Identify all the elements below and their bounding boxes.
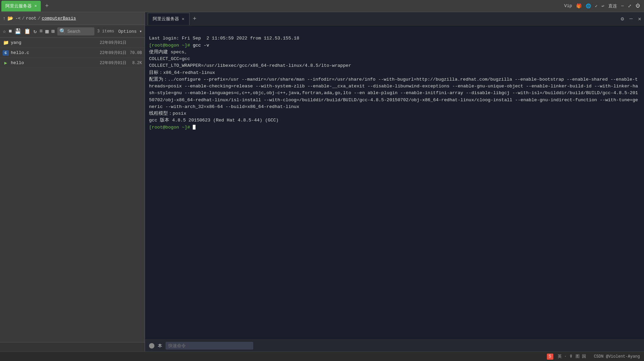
main-content: ↑ 📂 -< / root / computerBasis ☆ ■ 💾 📋 ↻ …: [0, 12, 644, 352]
terminal-bottom-label: 本: [158, 343, 162, 349]
terminal-settings-icon[interactable]: ⚙: [621, 16, 624, 22]
file-name-hello-c: hello.c: [11, 50, 94, 55]
folder-icon: 📁: [3, 40, 9, 46]
check-icon[interactable]: ✓: [595, 3, 598, 9]
save-icon[interactable]: 💾: [14, 28, 21, 35]
vip-icon[interactable]: Vip: [564, 3, 572, 8]
status-circle: [149, 343, 154, 349]
items-count: 3 items: [97, 29, 114, 34]
terminal-tab-close[interactable]: ✕: [182, 16, 184, 22]
terminal-tab-bar-right: ⚙ — ✕: [621, 16, 641, 22]
ime-mic-icon[interactable]: 🎙: [569, 354, 573, 359]
file-list: 📁 yang 22年09月01日 C hello.c 22年09月01日 70.…: [0, 38, 145, 342]
terminal-line-2: [root@bogon ~]# gcc -v: [149, 43, 209, 48]
terminal-tab-bar: 阿里云服务器 ✕ + ⚙ — ✕: [145, 12, 644, 26]
terminal-line-8: 线程模型：posix: [149, 111, 186, 116]
terminal-line-10: [root@bogon ~]# █: [149, 125, 196, 130]
terminal-line-1: Last login: Fri Sep 2 11:05:59 2022 from…: [149, 36, 299, 41]
breadcrumb-current[interactable]: computerBasis: [42, 16, 76, 21]
terminal-panel: 阿里云服务器 ✕ + ⚙ — ✕ Last login: Fri Sep 2 1…: [145, 12, 644, 352]
search-icon: 🔍: [59, 28, 66, 35]
terminal-close-icon[interactable]: ✕: [638, 16, 641, 22]
terminal-tab[interactable]: 阿里云服务器 ✕: [148, 13, 189, 25]
new-tab-button[interactable]: +: [42, 1, 52, 11]
file-row-hello[interactable]: ▶ hello 22年09月01日 8.2K: [0, 58, 145, 68]
file-size-hello-c: 70.0B: [128, 51, 142, 55]
c-file-icon: C: [3, 50, 9, 56]
bookmark2-icon[interactable]: ■: [9, 28, 12, 34]
terminal-line-6: 目标：x86_64-redhat-linux: [149, 70, 215, 75]
file-date-hello-c: 22年09月01日: [96, 50, 126, 56]
terminal-bottom-bar: 本: [145, 339, 644, 352]
file-row-hello-c[interactable]: C hello.c 22年09月01日 70.0B: [0, 48, 145, 58]
csdn-attribution: CSDN @Violent-Ayang: [594, 354, 640, 359]
breadcrumb-dash: -<: [15, 16, 21, 21]
breadcrumb-root[interactable]: root: [26, 16, 36, 21]
grid-view-icon[interactable]: ▦: [46, 28, 49, 35]
minimize-icon[interactable]: —: [621, 3, 624, 8]
file-name-yang: yang: [11, 40, 94, 45]
options-button[interactable]: Options ▾: [118, 29, 142, 34]
quick-command-input[interactable]: [166, 342, 253, 350]
file-panel-bottom: [0, 342, 145, 352]
copy-icon[interactable]: 📋: [24, 28, 31, 35]
main-tab[interactable]: 阿里云服务器 ✕: [1, 1, 41, 11]
exec-icon: ▶: [3, 60, 9, 66]
ime-keyboard-icon[interactable]: 国: [582, 354, 586, 359]
detail-view-icon[interactable]: ⊞: [51, 28, 55, 35]
file-row-yang[interactable]: 📁 yang 22年09月01日: [0, 38, 145, 48]
gift-icon[interactable]: 🎁: [576, 3, 582, 9]
browser-icon[interactable]: 🌐: [586, 3, 591, 9]
power-icon[interactable]: ⏻: [636, 3, 640, 8]
terminal-line-3: 使用内建 specs。: [149, 50, 189, 55]
ime-dot: ·: [564, 354, 566, 359]
terminal-tab-label: 阿里云服务器: [153, 16, 179, 22]
refresh-icon[interactable]: ↻: [33, 28, 37, 35]
direct-connect-button[interactable]: 直连: [608, 3, 617, 9]
maximize-icon[interactable]: ⤢: [628, 3, 632, 9]
status-bar: S 英 · 🎙 图 国 CSDN @Violent-Ayang: [0, 352, 644, 361]
terminal-minimize-icon[interactable]: —: [630, 16, 633, 22]
file-date-hello: 22年09月01日: [96, 60, 126, 66]
file-toolbar2: ☆ ■ 💾 📋 ↻ ≡ ▦ ⊞ 🔍 3 items Options ▾: [0, 25, 145, 38]
terminal-line-4: COLLECT_GCC=gcc: [149, 56, 190, 61]
terminal-line-5: COLLECT_LTO_WRAPPER=/usr/libexec/gcc/x86…: [149, 63, 351, 68]
file-date-yang: 22年09月01日: [96, 40, 126, 46]
breadcrumb: -< / root / computerBasis: [15, 16, 76, 21]
ime-img-icon[interactable]: 图: [576, 354, 580, 359]
tab-bar-right-icons: Vip 🎁 🌐 ✓ ↩ 直连 — ⤢ ⏻: [564, 3, 643, 9]
bookmark-icon[interactable]: ☆: [3, 28, 6, 35]
terminal-new-tab-button[interactable]: +: [191, 16, 199, 22]
search-box: 🔍: [57, 27, 95, 35]
ime-s-button[interactable]: S: [547, 354, 553, 360]
tab-bar: 阿里云服务器 ✕ + Vip 🎁 🌐 ✓ ↩ 直连 — ⤢ ⏻: [0, 0, 644, 12]
file-name-hello: hello: [11, 60, 94, 65]
ime-lang-indicator[interactable]: 英: [558, 354, 562, 359]
terminal-line-9: gcc 版本 4.8.5 20150623 (Red Hat 4.8.5-44)…: [149, 118, 279, 123]
folder-icon: 📂: [7, 16, 13, 21]
status-bar-right-text: S 英 · 🎙 图 国 CSDN @Violent-Ayang: [547, 354, 640, 359]
tab-label: 阿里云服务器: [5, 3, 32, 9]
breadcrumb-toolbar: ↑ 📂 -< / root / computerBasis: [0, 12, 145, 25]
back-icon[interactable]: ↩: [602, 3, 604, 9]
search-input[interactable]: [67, 29, 93, 34]
tab-close-button[interactable]: ✕: [34, 3, 37, 8]
file-size-hello: 8.2K: [128, 61, 142, 65]
terminal-line-7: 配置为：../configure --prefix=/usr --mandir=…: [149, 77, 638, 109]
up-icon[interactable]: ↑: [3, 16, 5, 21]
file-panel: ↑ 📂 -< / root / computerBasis ☆ ■ 💾 📋 ↻ …: [0, 12, 145, 352]
terminal-output[interactable]: Last login: Fri Sep 2 11:05:59 2022 from…: [145, 26, 644, 339]
list-view-icon[interactable]: ≡: [39, 28, 43, 34]
